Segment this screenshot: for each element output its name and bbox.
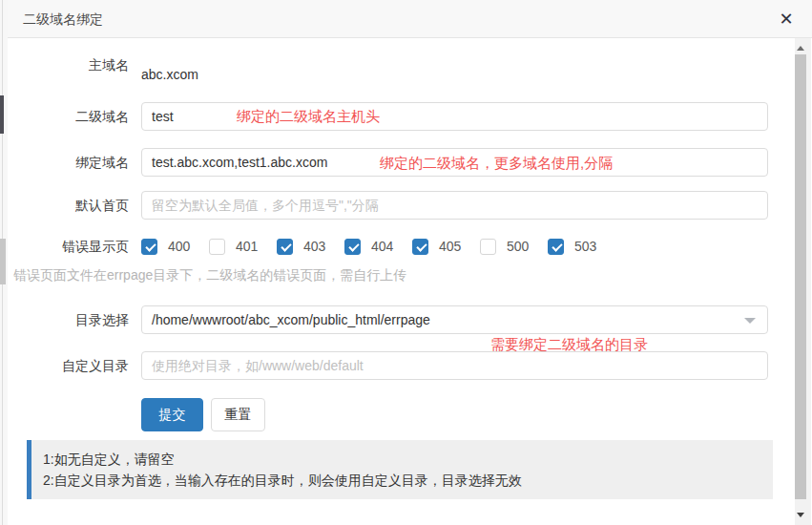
error-code-label: 503 [574, 239, 600, 254]
error-code-option: 401 [209, 239, 261, 255]
error-code-label: 401 [236, 239, 261, 254]
checkbox-checked-icon[interactable] [548, 239, 564, 255]
directory-select-value: /home/wwwroot/abc_xcom/public_html/errpa… [152, 312, 430, 327]
checkbox-unchecked-icon[interactable] [209, 239, 225, 255]
notice-line-2: 2:自定义目录为首选，当输入存在的目录时，则会使用自定义目录，目录选择无效 [43, 470, 761, 491]
error-pages-label: 错误显示页 [8, 232, 129, 261]
dialog-header: 二级域名绑定 ✕ [8, 0, 812, 38]
main-domain-value: abc.xcom [141, 65, 198, 84]
checkbox-unchecked-icon[interactable] [480, 239, 496, 255]
custom-dir-input[interactable] [141, 351, 768, 380]
close-icon[interactable]: ✕ [775, 8, 798, 31]
notice-line-1: 1:如无自定义，请留空 [43, 449, 761, 470]
default-index-input[interactable] [141, 191, 768, 220]
page-behind-strip [0, 0, 8, 525]
main-domain-label: 主域名 [8, 51, 129, 79]
custom-dir-label: 自定义目录 [8, 351, 129, 380]
page-behind-content-fragment [0, 95, 4, 134]
error-pages-hint: 错误页面文件在errpage目录下，二级域名的错误页面，需自行上传 [13, 267, 406, 284]
checkbox-checked-icon[interactable] [412, 239, 428, 255]
error-code-list: 400401403404405500503 [141, 236, 615, 257]
error-code-label: 403 [303, 239, 329, 254]
error-code-option: 400 [141, 239, 194, 255]
checkbox-checked-icon[interactable] [344, 239, 361, 255]
scroll-down-arrow-icon[interactable] [797, 513, 804, 517]
error-code-option: 405 [412, 239, 465, 255]
subdomain-bind-dialog: 二级域名绑定 ✕ 主域名 abc.xcom 二级域名 绑定的二级域名主机头 绑定… [8, 0, 812, 525]
error-code-option: 503 [548, 239, 600, 255]
error-code-option: 500 [480, 239, 532, 255]
dialog-title: 二级域名绑定 [23, 11, 103, 29]
error-code-label: 404 [371, 239, 397, 254]
bind-domain-label: 绑定域名 [8, 148, 129, 177]
bind-domain-annotation: 绑定的二级域名，更多域名使用,分隔 [380, 154, 613, 173]
notice-box: 1:如无自定义，请留空 2:自定义目录为首选，当输入存在的目录时，则会使用自定义… [27, 440, 773, 499]
error-code-option: 403 [277, 239, 329, 255]
scrollbar-thumb[interactable] [795, 54, 806, 499]
error-code-label: 405 [439, 239, 465, 254]
error-code-option: 404 [344, 239, 397, 255]
reset-button[interactable]: 重置 [211, 398, 265, 431]
directory-select[interactable]: /home/wwwroot/abc_xcom/public_html/errpa… [141, 305, 768, 334]
sub-domain-input[interactable] [141, 102, 768, 131]
chevron-down-icon [744, 318, 756, 324]
error-code-label: 400 [168, 239, 194, 254]
checkbox-checked-icon[interactable] [277, 239, 293, 255]
sub-domain-annotation: 绑定的二级域名主机头 [237, 107, 380, 126]
sub-domain-label: 二级域名 [8, 102, 129, 131]
submit-button[interactable]: 提交 [141, 398, 203, 431]
checkbox-checked-icon[interactable] [141, 239, 157, 255]
error-code-label: 500 [507, 239, 532, 254]
scroll-up-arrow-icon[interactable] [797, 46, 804, 51]
page-behind-content-fragment-2 [0, 239, 6, 284]
vertical-scrollbar[interactable] [795, 38, 811, 525]
dir-select-label: 目录选择 [8, 305, 129, 334]
default-index-label: 默认首页 [8, 191, 129, 220]
